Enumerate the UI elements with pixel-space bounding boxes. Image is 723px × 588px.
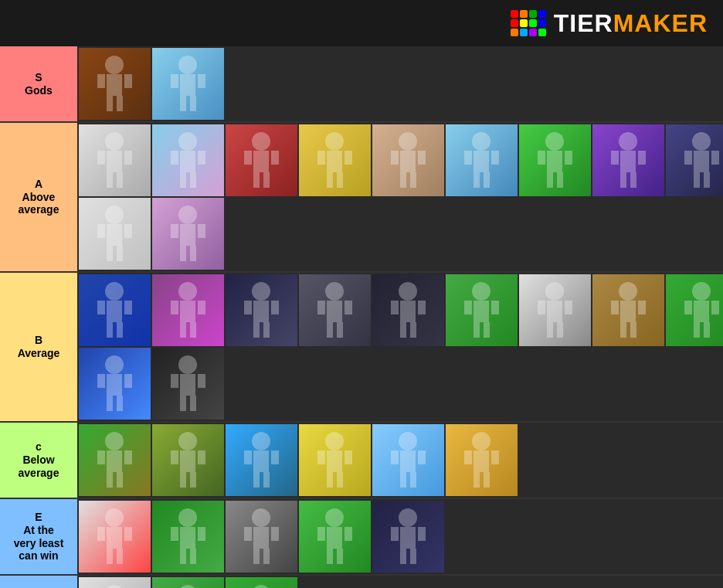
maker-text: maker — [613, 9, 708, 37]
logo-dot — [529, 29, 537, 36]
tier-content-row-2 — [77, 346, 723, 421]
tier-row-e: E At the very least can win — [0, 499, 723, 576]
tier-row-a: A Above average — [0, 123, 723, 273]
tier-cell — [79, 501, 151, 573]
logo-dot — [520, 10, 528, 18]
tier-cell — [226, 124, 297, 196]
tier-row-b: B Average — [0, 273, 723, 423]
logo-dot — [529, 10, 537, 18]
tier-cell — [446, 424, 518, 496]
tier-cell — [152, 274, 224, 346]
logo-dot — [538, 29, 546, 36]
tier-cell — [79, 48, 151, 120]
logo-grid-icon — [511, 10, 546, 36]
tier-cell — [79, 198, 151, 270]
tier-cell — [299, 124, 371, 196]
tier-cell — [226, 274, 297, 346]
tier-cell — [152, 124, 224, 196]
tier-cell — [79, 424, 151, 496]
logo-dot — [529, 19, 537, 27]
tier-content-b — [77, 273, 723, 421]
tier-cell — [79, 274, 151, 346]
tier-content-e — [77, 499, 723, 574]
tier-cell — [592, 124, 664, 196]
tier-label-b: B Average — [0, 273, 77, 421]
logo-dot — [511, 19, 518, 27]
tier-cell — [372, 124, 444, 196]
tier-content-row-1 — [77, 123, 723, 196]
tier-content-row-1 — [77, 273, 723, 346]
tier-cell — [152, 198, 224, 270]
tier-cell — [79, 348, 151, 420]
tier-cell — [299, 424, 371, 496]
tier-cell — [299, 501, 371, 573]
logo-dot — [520, 29, 528, 36]
tier-row-f: F Can't fight — [0, 576, 723, 588]
tier-cell — [592, 274, 664, 346]
tier-cell — [79, 124, 151, 196]
tier-cell — [666, 124, 723, 196]
tier-row-s: S Gods — [0, 46, 723, 123]
tier-cell — [519, 274, 591, 346]
header: Tiermaker — [0, 0, 723, 46]
tier-cell — [299, 274, 371, 346]
tier-cell — [666, 274, 723, 346]
tier-cell — [79, 577, 151, 588]
tier-label-a: A Above average — [0, 123, 77, 271]
logo-dot — [538, 19, 546, 27]
tier-content-c — [77, 423, 723, 498]
tier-cell — [226, 577, 297, 588]
tier-row-c: c Below average — [0, 423, 723, 499]
logo-dot — [538, 10, 546, 18]
logo-dot — [511, 29, 518, 36]
tier-content-a — [77, 123, 723, 271]
tier-cell — [446, 124, 518, 196]
tier-label-f: F Can't fight — [0, 576, 77, 588]
tier-cell — [446, 274, 518, 346]
tier-content-f — [77, 576, 723, 588]
logo-dot — [511, 10, 518, 18]
tier-cell — [152, 424, 224, 496]
logo-text: Tiermaker — [554, 9, 708, 38]
tier-cell — [152, 577, 224, 588]
tier-cell — [372, 424, 444, 496]
tier-cell — [226, 501, 297, 573]
tier-cell — [152, 501, 224, 573]
tier-cell — [152, 48, 224, 120]
tier-cell — [519, 124, 591, 196]
tier-label-c: c Below average — [0, 423, 77, 498]
tiermaker-logo: Tiermaker — [511, 9, 708, 38]
tier-table: S GodsA Above averageB Averagec Below av… — [0, 46, 723, 588]
tier-label-e: E At the very least can win — [0, 499, 77, 574]
tier-content-s — [77, 46, 723, 121]
tier-cell — [372, 501, 444, 573]
tier-content-row-2 — [77, 196, 723, 271]
tier-cell — [372, 274, 444, 346]
tier-cell — [226, 424, 297, 496]
tier-text: Tier — [554, 9, 613, 37]
logo-dot — [520, 19, 528, 27]
tier-cell — [152, 348, 224, 420]
tier-label-s: S Gods — [0, 46, 77, 121]
